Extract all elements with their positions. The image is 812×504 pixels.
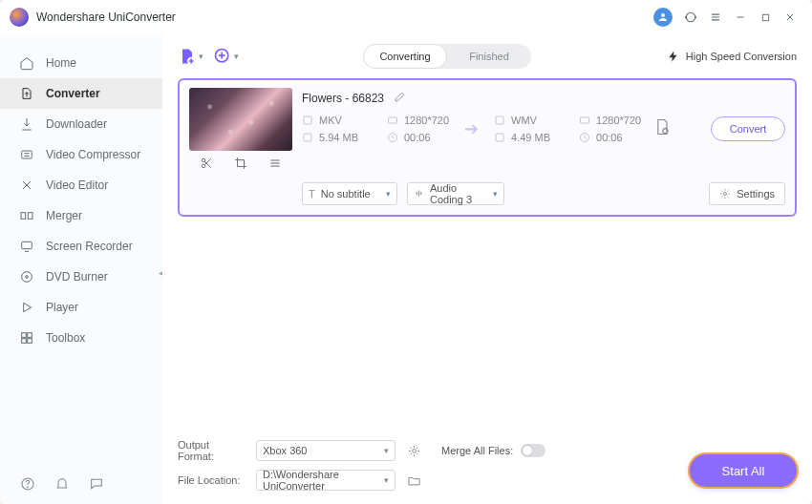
sidebar-item-label: Player <box>46 301 78 314</box>
merge-toggle[interactable] <box>521 444 545 457</box>
minimize-button[interactable] <box>728 5 753 30</box>
subtitle-icon: T <box>309 188 315 200</box>
svg-rect-6 <box>22 242 32 248</box>
sidebar-item-home[interactable]: Home <box>0 48 162 78</box>
chevron-down-icon: ▾ <box>199 52 203 61</box>
file-location-dropdown[interactable]: D:\Wondershare UniConverter▾ <box>256 470 395 491</box>
home-icon <box>19 55 34 71</box>
toolbox-icon <box>19 330 34 346</box>
open-folder-icon[interactable] <box>405 472 422 489</box>
account-avatar[interactable] <box>653 8 673 27</box>
close-button[interactable] <box>778 5 802 30</box>
svg-rect-25 <box>581 117 589 123</box>
sidebar-item-toolbox[interactable]: Toolbox <box>0 323 162 353</box>
audio-dropdown[interactable]: Audio Coding 3 ▾ <box>407 182 504 205</box>
sidebar-item-label: Video Compressor <box>46 148 140 161</box>
help-icon[interactable] <box>19 475 36 493</box>
editor-icon <box>19 178 34 193</box>
sidebar-item-burner[interactable]: DVD Burner <box>0 262 162 292</box>
svg-rect-24 <box>496 116 503 124</box>
sidebar-item-downloader[interactable]: Downloader <box>0 109 162 139</box>
convert-button[interactable]: Convert <box>711 116 785 141</box>
svg-rect-21 <box>388 117 396 123</box>
notification-icon[interactable] <box>53 475 71 493</box>
sidebar-item-merger[interactable]: Merger <box>0 200 162 231</box>
converter-icon <box>19 86 34 101</box>
svg-point-7 <box>22 272 32 283</box>
rename-icon[interactable] <box>394 90 406 107</box>
svg-rect-20 <box>304 116 311 124</box>
app-logo <box>10 8 29 27</box>
svg-point-1 <box>686 12 694 21</box>
svg-rect-13 <box>28 339 32 344</box>
video-thumbnail[interactable] <box>189 88 292 151</box>
audio-icon <box>414 188 424 200</box>
recorder-icon <box>19 239 34 254</box>
trim-icon[interactable] <box>195 157 218 173</box>
feedback-icon[interactable] <box>88 475 105 493</box>
start-all-button[interactable]: Start All <box>690 454 797 487</box>
format-settings-icon[interactable] <box>405 442 422 459</box>
sidebar-item-label: Toolbox <box>46 331 85 345</box>
svg-rect-22 <box>304 134 311 141</box>
tab-group: Converting Finished <box>363 44 531 69</box>
sidebar-item-recorder[interactable]: Screen Recorder <box>0 231 162 262</box>
app-title: Wondershare UniConverter <box>36 10 176 24</box>
settings-button[interactable]: Settings <box>709 182 785 205</box>
svg-point-30 <box>412 449 416 452</box>
svg-point-8 <box>26 276 29 279</box>
source-meta: MKV 1280*720 5.94 MB 00:06 <box>302 115 449 143</box>
maximize-button[interactable] <box>753 5 778 30</box>
svg-rect-5 <box>28 213 32 220</box>
svg-rect-26 <box>496 134 503 141</box>
output-format-dropdown[interactable]: Xbox 360▾ <box>256 440 395 461</box>
svg-rect-12 <box>22 339 27 344</box>
target-meta: WMV 1280*720 4.49 MB 00:06 <box>494 115 641 143</box>
svg-marker-9 <box>24 303 32 311</box>
downloader-icon <box>19 116 34 132</box>
file-location-label: File Location: <box>178 474 246 486</box>
merger-icon <box>19 208 34 223</box>
sidebar-item-label: Home <box>46 56 76 70</box>
sidebar-item-label: Merger <box>46 209 82 222</box>
sidebar-item-editor[interactable]: Video Editor <box>0 170 162 200</box>
effects-icon[interactable] <box>264 157 287 173</box>
sidebar-item-label: Downloader <box>46 117 107 131</box>
merge-label: Merge All Files: <box>441 445 513 456</box>
output-settings-icon[interactable] <box>652 117 672 140</box>
sidebar-item-compressor[interactable]: Video Compressor <box>0 139 162 170</box>
chevron-down-icon: ▾ <box>234 52 239 61</box>
menu-icon[interactable] <box>703 5 728 30</box>
svg-rect-10 <box>22 333 27 338</box>
sidebar-item-converter[interactable]: Converter <box>0 78 162 109</box>
svg-rect-3 <box>22 151 32 158</box>
tab-converting[interactable]: Converting <box>363 44 447 69</box>
subtitle-dropdown[interactable]: T No subtitle ▾ <box>302 182 397 205</box>
sidebar-item-label: Video Editor <box>46 178 108 192</box>
svg-point-29 <box>724 193 727 196</box>
arrow-right-icon: ➔ <box>464 118 479 139</box>
burner-icon <box>19 269 34 284</box>
high-speed-label: High Speed Conversion <box>686 51 797 62</box>
sidebar-item-label: Screen Recorder <box>46 240 133 253</box>
svg-point-15 <box>28 487 29 488</box>
support-icon[interactable] <box>678 5 703 30</box>
file-name: Flowers - 66823 <box>302 92 384 105</box>
sidebar-item-label: Converter <box>46 87 100 100</box>
sidebar-item-player[interactable]: Player <box>0 292 162 323</box>
svg-rect-11 <box>28 333 32 338</box>
add-file-button[interactable]: ▾ <box>178 47 203 66</box>
add-folder-button[interactable]: ▾ <box>213 47 239 66</box>
high-speed-toggle[interactable]: High Speed Conversion <box>667 50 797 63</box>
sidebar-item-label: DVD Burner <box>46 270 108 284</box>
compressor-icon <box>19 147 34 162</box>
svg-rect-4 <box>21 213 26 220</box>
tab-finished[interactable]: Finished <box>447 44 531 69</box>
file-card: Flowers - 66823 MKV 1280*720 5.94 MB 00:… <box>178 78 797 217</box>
player-icon <box>19 300 34 315</box>
output-format-label: Output Format: <box>178 439 246 462</box>
svg-rect-2 <box>762 14 768 20</box>
crop-icon[interactable] <box>229 157 252 173</box>
svg-point-0 <box>661 13 665 17</box>
